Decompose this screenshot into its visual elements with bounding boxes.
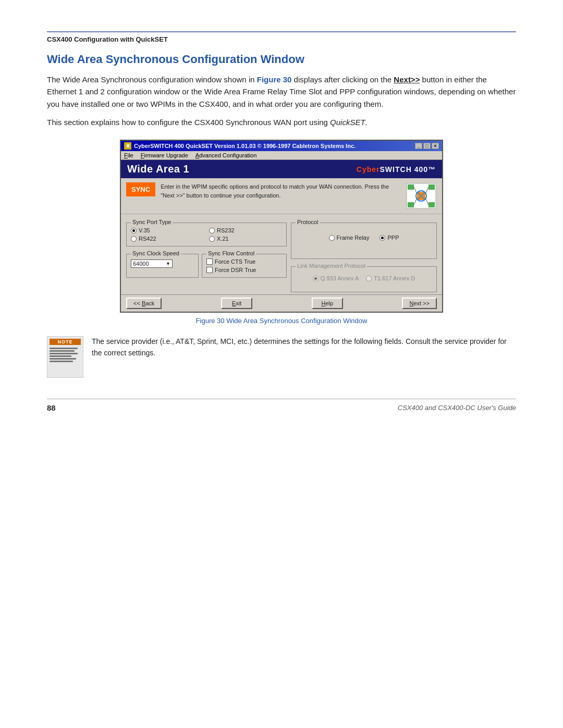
body-text-2b: QuickSET [330, 118, 365, 127]
svg-rect-2 [429, 184, 435, 190]
menu-firmware[interactable]: Firmware Upgrade [141, 152, 188, 158]
note-line-4 [50, 355, 71, 357]
app-body: Sync Port Type V.35 RS232 [121, 214, 442, 294]
dropdown-arrow-icon: ▼ [166, 261, 170, 266]
clock-speed-select[interactable]: 64000 ▼ [131, 260, 173, 268]
body-paragraph-2: This section explains how to configure t… [47, 116, 516, 128]
radio-rs422[interactable]: RS422 [131, 236, 204, 242]
dsr-checkbox-row[interactable]: Force DSR True [206, 267, 282, 273]
next-button[interactable]: Next >> [402, 298, 437, 309]
app-info-band: SYNC Enter in the WPIM specific options … [121, 178, 442, 214]
sync-flow-control-label: Sync Flow Control [206, 250, 256, 256]
minimize-button[interactable]: _ [415, 143, 422, 149]
cts-checkbox-row[interactable]: Force CTS True [206, 258, 282, 265]
app-header-band: Wide Area 1 CyberSWITCH 400™ [121, 160, 442, 178]
help-button[interactable]: Help [312, 298, 343, 309]
cts-label: Force CTS True [215, 258, 255, 265]
sync-port-type-options: V.35 RS232 RS422 [131, 225, 282, 242]
radio-t1617-label: T1.617 Annex D [374, 275, 415, 281]
sync-badge: SYNC [126, 182, 155, 196]
radio-frame-relay[interactable]: Frame Relay [329, 235, 370, 241]
cyberswitch-logo: CyberSWITCH 400™ [357, 165, 436, 174]
radio-x21[interactable]: X.21 [209, 236, 282, 242]
note-text: The service provider (i.e., AT&T, Sprint… [92, 336, 516, 359]
sync-clock-speed-label: Sync Clock Speed [131, 250, 181, 256]
app-titlebar: 🖥 CyberSWITCH 400 QuickSET Version 1.01.… [121, 141, 442, 151]
app-menubar: File Firmware Upgrade Advanced Configura… [121, 151, 442, 160]
note-line-6 [50, 361, 73, 362]
dsr-label: Force DSR True [215, 267, 256, 273]
info-text: Enter in the WPIM specific options and p… [161, 182, 400, 200]
radio-v35-input[interactable] [131, 228, 137, 233]
radio-ppp[interactable]: PPP [380, 235, 399, 241]
header-rule [47, 31, 516, 32]
radio-q933-input [313, 276, 319, 281]
radio-t1617: T1.617 Annex D [366, 275, 415, 281]
menu-advanced[interactable]: Advanced Configuration [195, 152, 256, 158]
titlebar-text: CyberSWITCH 400 QuickSET Version 1.01.03… [134, 143, 356, 149]
sync-clock-speed-group: Sync Clock Speed 64000 ▼ [126, 254, 199, 278]
note-line-5 [50, 358, 76, 360]
protocol-group: Protocol Frame Relay PPP [291, 223, 437, 259]
cts-checkbox[interactable] [206, 258, 213, 265]
radio-rs422-input[interactable] [131, 236, 137, 242]
network-diagram-icon [406, 182, 437, 209]
clock-flow-row: Sync Clock Speed 64000 ▼ Sync Flow Contr… [126, 250, 287, 278]
radio-rs232-label: RS232 [217, 227, 235, 233]
protocol-label: Protocol [296, 219, 320, 225]
radio-v35[interactable]: V.35 [131, 227, 204, 233]
footer: 88 CSX400 and CSX400-DC User's Guide [47, 403, 516, 412]
body-paragraph-1: The Wide Area Synchronous configuration … [47, 73, 516, 110]
radio-rs232[interactable]: RS232 [209, 227, 282, 233]
sync-port-type-group: Sync Port Type V.35 RS232 [126, 223, 287, 246]
note-box: NOTE The service provider (i.e., AT&T, S… [47, 336, 516, 378]
app-icon: 🖥 [124, 142, 131, 150]
radio-q933: Q.933 Annex A [313, 275, 359, 281]
exit-button[interactable]: Exit [221, 298, 252, 309]
note-line-3 [50, 353, 78, 354]
body-text-1a: The Wide Area Synchronous configuration … [47, 75, 257, 84]
link-mgmt-label: Link Management Protocol [296, 263, 367, 269]
radio-rs422-label: RS422 [139, 236, 156, 242]
note-line-2 [50, 350, 75, 352]
note-banner: NOTE [50, 339, 81, 345]
radio-ppp-input[interactable] [380, 235, 385, 241]
body-text-2a: This section explains how to configure t… [47, 118, 330, 127]
titlebar-buttons[interactable]: _ □ × [415, 143, 439, 149]
page: CSX400 Configuration with QuickSET Wide … [0, 0, 563, 728]
back-button[interactable]: << Back [126, 298, 162, 309]
svg-rect-3 [408, 202, 414, 207]
app-header-title: Wide Area 1 [127, 163, 189, 175]
svg-rect-4 [429, 202, 435, 207]
sync-flow-control-group: Sync Flow Control Force CTS True Force D… [202, 254, 287, 278]
radio-x21-input[interactable] [209, 236, 215, 242]
sync-port-type-label: Sync Port Type [131, 219, 173, 225]
maximize-button[interactable]: □ [423, 143, 431, 149]
svg-rect-1 [408, 184, 414, 190]
radio-x21-label: X.21 [217, 236, 229, 242]
menu-file[interactable]: File [124, 152, 133, 158]
titlebar-left: 🖥 CyberSWITCH 400 QuickSET Version 1.01.… [124, 142, 356, 150]
radio-q933-label: Q.933 Annex A [321, 275, 359, 281]
note-icon: NOTE [47, 336, 83, 378]
app-footer: << Back Exit Help Next >> [121, 294, 442, 312]
note-line-1 [50, 348, 78, 349]
note-icon-lines [50, 348, 81, 362]
footer-guide-title: CSX400 and CSX400-DC User's Guide [398, 404, 516, 412]
section-title: Wide Area Synchronous Configuration Wind… [47, 53, 516, 66]
next-label: Next>> [394, 75, 420, 84]
dsr-checkbox[interactable] [206, 267, 213, 273]
panel-right: Protocol Frame Relay PPP Link [291, 218, 437, 292]
app-window: 🖥 CyberSWITCH 400 QuickSET Version 1.01.… [120, 140, 443, 313]
radio-v35-label: V.35 [139, 227, 150, 233]
footer-rule [47, 399, 516, 399]
radio-rs232-input[interactable] [209, 228, 215, 233]
radio-frame-relay-label: Frame Relay [337, 235, 370, 241]
panel-left: Sync Port Type V.35 RS232 [126, 218, 287, 292]
close-button[interactable]: × [432, 143, 439, 149]
body-text-2c: . [365, 118, 368, 127]
radio-frame-relay-input[interactable] [329, 235, 335, 241]
link-mgmt-group: Link Management Protocol Q.933 Annex A T… [291, 266, 437, 292]
page-number: 88 [47, 403, 56, 412]
radio-ppp-label: PPP [387, 235, 399, 241]
